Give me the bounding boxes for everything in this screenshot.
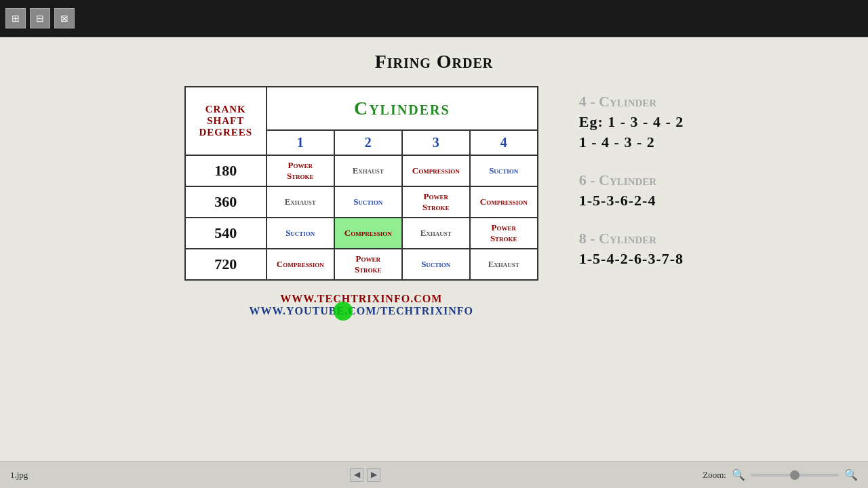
next-arrow[interactable]: ▶ xyxy=(367,468,380,482)
top-bar: ⊞ ⊟ ⊠ xyxy=(0,0,868,37)
cylinder-8-order: 1-5-4-2-6-3-7-8 xyxy=(579,250,684,268)
cylinder-4-title: 4 - Cylinder xyxy=(579,93,684,110)
cell-540-1: Suction xyxy=(267,218,334,249)
cell-360-2: Suction xyxy=(334,186,402,218)
website-links: WWW.TECHTRIXINFO.COM WWW.YOUTUBE.COM/TEC… xyxy=(249,293,473,317)
icon-list[interactable]: ⊟ xyxy=(30,8,50,28)
cell-720-4: Exhaust xyxy=(470,249,538,280)
cyl-1-header: 1 xyxy=(267,130,334,155)
content-area: CRANKSHAFTDEGREES Cylinders 1 2 3 4 180 … xyxy=(20,86,848,317)
cell-180-1: PowerStroke xyxy=(267,155,334,186)
cell-540-3: Exhaust xyxy=(402,218,470,249)
cell-180-3: Compression xyxy=(402,155,470,186)
firing-order-table: CRANKSHAFTDEGREES Cylinders 1 2 3 4 180 … xyxy=(184,86,538,281)
filename-label: 1.jpg xyxy=(10,470,28,481)
main-content: Firing Order CRANKSHAFTDEGREES Cylinders… xyxy=(0,37,868,461)
cyl-4-header: 4 xyxy=(470,130,538,155)
table-row: 540 Suction Compression Exhaust PowerStr… xyxy=(185,218,538,249)
cylinder-4-group: 4 - Cylinder Eg: 1 - 3 - 4 - 2 1 - 4 - 3… xyxy=(579,93,684,151)
cell-540-2: Compression xyxy=(334,218,402,249)
zoom-control: Zoom: 🔍 🔍 xyxy=(703,468,858,481)
bottom-bar: 1.jpg ◀ ▶ Zoom: 🔍 🔍 xyxy=(0,461,868,488)
cell-180-4: Suction xyxy=(470,155,538,186)
page-title: Firing Order xyxy=(375,51,494,73)
cell-540-4: PowerStroke xyxy=(470,218,538,249)
cylinder-6-order: 1-5-3-6-2-4 xyxy=(579,192,684,209)
degree-180: 180 xyxy=(185,155,267,186)
table-row: 360 Exhaust Suction PowerStroke Compress… xyxy=(185,186,538,218)
table-row: 180 PowerStroke Exhaust Compression Suct… xyxy=(185,155,538,186)
nav-arrows: ◀ ▶ xyxy=(350,468,380,482)
cyl-2-header: 2 xyxy=(334,130,402,155)
zoom-out-icon[interactable]: 🔍 xyxy=(732,468,745,481)
degree-720: 720 xyxy=(185,249,267,280)
cell-720-2: PowerStroke xyxy=(334,249,402,280)
cell-360-4: Compression xyxy=(470,186,538,218)
cyl-3-header: 3 xyxy=(402,130,470,155)
website-link-2: WWW.YOUTUBE.COM/TECHTRIXINFO xyxy=(249,305,473,317)
zoom-slider[interactable] xyxy=(751,474,839,476)
table-section: CRANKSHAFTDEGREES Cylinders 1 2 3 4 180 … xyxy=(184,86,538,317)
sidebar-info: 4 - Cylinder Eg: 1 - 3 - 4 - 2 1 - 4 - 3… xyxy=(579,93,684,268)
cell-720-1: Compression xyxy=(267,249,334,280)
prev-arrow[interactable]: ◀ xyxy=(350,468,363,482)
table-header-row: CRANKSHAFTDEGREES Cylinders xyxy=(185,87,538,130)
cylinder-6-group: 6 - Cylinder 1-5-3-6-2-4 xyxy=(579,171,684,209)
cylinders-header: Cylinders xyxy=(267,87,538,130)
cell-720-3: Suction xyxy=(402,249,470,280)
cylinder-6-title: 6 - Cylinder xyxy=(579,171,684,189)
cell-360-3: PowerStroke xyxy=(402,186,470,218)
website-link-1: WWW.TECHTRIXINFO.COM xyxy=(249,293,473,305)
zoom-label: Zoom: xyxy=(703,470,726,481)
crank-header: CRANKSHAFTDEGREES xyxy=(185,87,267,155)
degree-360: 360 xyxy=(185,186,267,218)
cylinder-4-order-1: Eg: 1 - 3 - 4 - 2 xyxy=(579,113,684,131)
degree-540: 540 xyxy=(185,218,267,249)
table-row: 720 Compression PowerStroke Suction Exha… xyxy=(185,249,538,280)
cylinder-8-title: 8 - Cylinder xyxy=(579,230,684,247)
cell-360-1: Exhaust xyxy=(267,186,334,218)
zoom-in-icon[interactable]: 🔍 xyxy=(844,468,858,481)
cylinder-8-group: 8 - Cylinder 1-5-4-2-6-3-7-8 xyxy=(579,230,684,268)
icon-close[interactable]: ⊠ xyxy=(54,8,75,28)
zoom-thumb xyxy=(790,470,800,480)
cell-180-2: Exhaust xyxy=(334,155,402,186)
cylinder-4-order-2: 1 - 4 - 3 - 2 xyxy=(579,134,684,151)
icon-grid[interactable]: ⊞ xyxy=(5,8,26,28)
